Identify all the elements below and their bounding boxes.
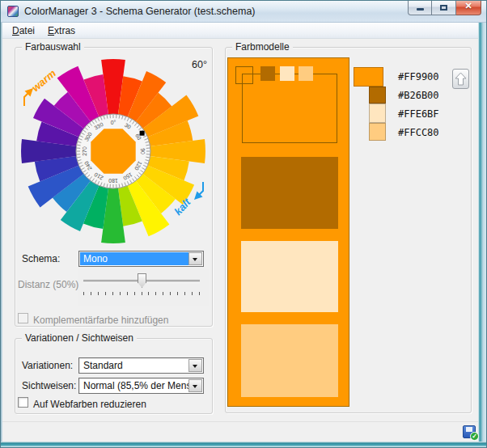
menu-extras[interactable]: Extras	[41, 23, 82, 38]
app-window: ColorManager 3 - Schema Generator (test.…	[0, 0, 487, 448]
wheel-selection-marker[interactable]	[140, 131, 145, 136]
variationen-label: Variationen:	[22, 357, 73, 374]
preview-block	[241, 157, 338, 229]
group-farbauswahl-label: Farbauswahl	[22, 41, 84, 53]
variationen-selected-value: Standard	[80, 359, 188, 372]
window-frame-left	[0, 23, 2, 442]
wheel-center-octagon	[91, 129, 135, 173]
save-status-icon: ✓	[463, 425, 476, 438]
warm-arrow-icon	[24, 93, 28, 106]
preview-outline-rect	[242, 74, 337, 143]
preview-outline-square	[235, 66, 253, 84]
dial-degree-label: 0°	[111, 120, 116, 125]
variationen-dropdown[interactable]: Standard	[78, 357, 204, 374]
dial-degree-label: 90	[140, 148, 146, 154]
dial-degree-label: 270	[82, 146, 87, 156]
minimize-button[interactable]	[408, 0, 432, 15]
preview-block	[241, 241, 338, 312]
check-badge-icon: ✓	[470, 432, 479, 441]
window-controls: ✕	[408, 0, 481, 15]
preview-chip	[299, 66, 313, 81]
schema-dropdown-arrow[interactable]	[188, 252, 202, 265]
variationen-dropdown-arrow[interactable]	[188, 359, 202, 372]
schema-preview-panel	[227, 57, 349, 407]
preview-chip	[260, 66, 275, 81]
status-bar	[2, 421, 478, 442]
group-variationen-label: Variationen / Sichtweisen	[22, 332, 137, 344]
schema-label: Schema:	[22, 251, 60, 267]
sichtweisen-selected-value: Normal (85,5% der Menscher	[80, 379, 188, 392]
palette-swatch[interactable]	[369, 123, 386, 141]
window-frame-bottom	[0, 442, 487, 448]
distanz-label: Distanz (50%)	[18, 277, 78, 293]
move-up-button[interactable]	[452, 69, 469, 89]
webfarben-label: Auf Webfarben reduzieren	[33, 396, 146, 412]
schema-dropdown[interactable]: Mono	[78, 251, 204, 267]
palette-hex-label: #FFE6BF	[398, 108, 439, 120]
menu-datei[interactable]: Datei	[6, 23, 41, 38]
sichtweisen-label: Sichtweisen:	[22, 378, 76, 394]
window-frame-right	[478, 23, 487, 442]
preview-block	[241, 324, 338, 397]
dial-degree-label: 180	[108, 178, 118, 184]
group-farbmodelle-label: Farbmodelle	[232, 41, 293, 53]
close-icon: ✕	[456, 1, 481, 11]
komplementaerfarbe-checkbox[interactable]	[18, 313, 28, 323]
menu-bar: Datei Extras	[2, 23, 478, 39]
minimize-icon	[417, 8, 424, 11]
sichtweisen-dropdown[interactable]: Normal (85,5% der Menscher	[78, 378, 204, 394]
distanz-slider-ticks	[83, 292, 200, 295]
webfarben-checkbox[interactable]	[18, 397, 28, 408]
app-icon	[7, 6, 19, 17]
preview-chip	[280, 66, 294, 81]
palette-swatch[interactable]	[354, 67, 383, 87]
close-button[interactable]: ✕	[456, 0, 481, 15]
palette-swatch[interactable]	[369, 104, 386, 123]
maximize-icon	[440, 5, 447, 11]
maximize-button[interactable]	[432, 0, 456, 15]
palette-swatch[interactable]	[369, 87, 386, 104]
palette-hex-label: #FFCC80	[398, 127, 439, 138]
sichtweisen-dropdown-arrow[interactable]	[188, 379, 202, 392]
chevron-down-icon	[193, 365, 197, 370]
color-wheel[interactable]: 0°306090120150180210240270300330warmkalt	[16, 55, 210, 247]
chevron-down-icon	[193, 385, 197, 391]
schema-selected-value: Mono	[80, 252, 188, 265]
kalt-arrow-icon	[199, 182, 203, 195]
warm-label: warm	[29, 67, 58, 95]
window-title: ColorManager 3 - Schema Generator (test.…	[24, 0, 256, 23]
palette-hex-label: #FF9900	[398, 71, 439, 82]
palette-hex-label: #B26B00	[398, 90, 439, 101]
komplementaerfarbe-label: Komplementärfarbe hinzufügen	[33, 312, 168, 328]
chevron-down-icon	[193, 258, 197, 264]
arrow-up-icon	[453, 70, 468, 88]
